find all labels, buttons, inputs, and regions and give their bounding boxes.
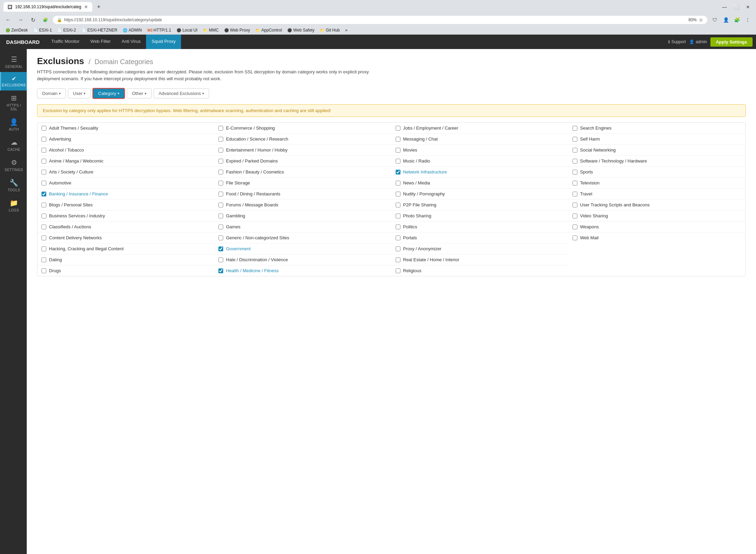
bookmark-btn[interactable]: ☆ bbox=[699, 17, 703, 23]
tab-user[interactable]: User ▾ bbox=[68, 88, 91, 98]
sidebar-item-logs[interactable]: 📁 LOGS bbox=[0, 195, 27, 216]
bookmark-esxi-hetzner[interactable]: 📄 ESXi-HETZNER bbox=[80, 27, 119, 33]
apply-settings-button[interactable]: Apply Settings bbox=[710, 37, 753, 47]
back-btn[interactable]: ← bbox=[3, 15, 13, 25]
maximize-btn[interactable]: ⬜ bbox=[731, 2, 741, 12]
support-btn[interactable]: ℹ Support bbox=[668, 39, 686, 44]
cat-advertising-checkbox[interactable] bbox=[41, 137, 46, 142]
bookmark-mmc[interactable]: 📁 MMC bbox=[201, 27, 221, 33]
topbar-traffic-monitor[interactable]: Traffic Monitor bbox=[46, 35, 85, 49]
cat-social-checkbox[interactable] bbox=[573, 148, 577, 153]
cat-movies-checkbox[interactable] bbox=[396, 148, 400, 153]
cat-proxy-checkbox[interactable] bbox=[396, 246, 400, 251]
cat-adult-themes-checkbox[interactable] bbox=[41, 126, 46, 131]
extensions-icon-btn[interactable]: 🧩 bbox=[732, 15, 742, 25]
bookmark-http11[interactable]: W3 HTTP/1.1 bbox=[145, 27, 173, 33]
sidebar-item-cache[interactable]: ☁ CACHE bbox=[0, 135, 27, 155]
cat-religious-checkbox[interactable] bbox=[396, 268, 400, 273]
cat-search-engines-checkbox[interactable] bbox=[573, 126, 577, 131]
cat-photo-checkbox[interactable] bbox=[396, 214, 400, 218]
bookmark-admin[interactable]: 🌐 ADMIN bbox=[121, 27, 144, 33]
cat-software-checkbox[interactable] bbox=[573, 159, 577, 164]
close-btn[interactable]: ✕ bbox=[743, 2, 753, 12]
cat-health-checkbox[interactable] bbox=[218, 268, 223, 273]
cat-generic-checkbox[interactable] bbox=[218, 236, 223, 240]
cat-dating-checkbox[interactable] bbox=[41, 257, 46, 262]
cat-government-checkbox[interactable] bbox=[218, 246, 223, 251]
sidebar-item-tools[interactable]: 🔧 TOOLS bbox=[0, 175, 27, 195]
tab-advanced-exclusions[interactable]: Advanced Exclusions ▾ bbox=[154, 88, 209, 98]
cat-expired-checkbox[interactable] bbox=[218, 159, 223, 164]
minimize-btn[interactable]: — bbox=[720, 2, 729, 12]
cat-automotive-checkbox[interactable] bbox=[41, 181, 46, 185]
bookmark-esxi2[interactable]: 📄 ESXi-2 bbox=[55, 27, 78, 33]
cat-forums-checkbox[interactable] bbox=[218, 203, 223, 207]
cat-games-checkbox[interactable] bbox=[218, 225, 223, 229]
cat-network-infrastructure-checkbox[interactable] bbox=[396, 170, 400, 174]
bookmark-more[interactable]: » bbox=[343, 27, 350, 33]
bookmark-github[interactable]: 📁 Git Hub bbox=[318, 27, 342, 33]
address-bar[interactable]: 🔒 https://192.168.10.119/squid/exclude/c… bbox=[53, 16, 707, 24]
cat-blogs-checkbox[interactable] bbox=[41, 203, 46, 207]
cat-television-checkbox[interactable] bbox=[573, 181, 577, 185]
sidebar-item-general[interactable]: ☰ GENERAL bbox=[0, 52, 27, 72]
cat-education-checkbox[interactable] bbox=[218, 137, 223, 142]
profile-icon-btn[interactable]: 👤 bbox=[721, 15, 731, 25]
cat-ecommerce-checkbox[interactable] bbox=[218, 126, 223, 131]
cat-cdn-checkbox[interactable] bbox=[41, 236, 46, 240]
bookmark-esxi1[interactable]: 📄 ESXi-1 bbox=[31, 27, 54, 33]
browser-tab[interactable]: 🔲 192.168.10.119/squid/exclude/categ ✕ bbox=[3, 2, 92, 12]
tab-other[interactable]: Other ▾ bbox=[127, 88, 152, 98]
cat-video-checkbox[interactable] bbox=[573, 214, 577, 218]
cat-messaging-checkbox[interactable] bbox=[396, 137, 400, 142]
cat-classifieds-checkbox[interactable] bbox=[41, 225, 46, 229]
cat-portals-checkbox[interactable] bbox=[396, 236, 400, 240]
cat-p2p-checkbox[interactable] bbox=[396, 203, 400, 207]
new-tab-btn[interactable]: + bbox=[95, 3, 103, 11]
sidebar-item-https-ssl[interactable]: ⊞ HTTPS / SSL bbox=[0, 91, 27, 115]
tab-close-btn[interactable]: ✕ bbox=[84, 4, 88, 10]
topbar-web-filter[interactable]: Web Filter bbox=[85, 35, 116, 49]
cat-hate-checkbox[interactable] bbox=[218, 257, 223, 262]
cat-nudity-checkbox[interactable] bbox=[396, 192, 400, 196]
bookmark-appcontrol[interactable]: 📁 AppControl bbox=[253, 27, 284, 33]
cat-alcohol-tobacco-checkbox[interactable] bbox=[41, 148, 46, 153]
shield-icon-btn[interactable]: 🛡 bbox=[710, 15, 720, 25]
cat-sports-checkbox[interactable] bbox=[573, 170, 577, 174]
cat-banking-checkbox[interactable] bbox=[41, 192, 46, 196]
cat-news-checkbox[interactable] bbox=[396, 181, 400, 185]
cat-politics-checkbox[interactable] bbox=[396, 225, 400, 229]
forward-btn[interactable]: → bbox=[16, 15, 25, 25]
topbar-anti-virus[interactable]: Anti Virus bbox=[116, 35, 146, 49]
tab-category[interactable]: Category ▾ bbox=[93, 88, 125, 99]
cat-anime-checkbox[interactable] bbox=[41, 159, 46, 164]
sidebar-item-auth[interactable]: 👤 AUTH bbox=[0, 115, 27, 135]
menu-btn[interactable]: ⋮ bbox=[743, 15, 753, 25]
extensions-btn[interactable]: 🧩 bbox=[40, 15, 50, 25]
cat-travel-checkbox[interactable] bbox=[573, 192, 577, 196]
cat-jobs-checkbox[interactable] bbox=[396, 126, 400, 131]
refresh-btn[interactable]: ↻ bbox=[28, 15, 38, 25]
cat-fashion-checkbox[interactable] bbox=[218, 170, 223, 174]
bookmark-zendesk[interactable]: 🟢 ZenDesk bbox=[3, 27, 30, 33]
sidebar-item-settings[interactable]: ⚙ SETTINGS bbox=[0, 155, 27, 175]
tab-domain[interactable]: Domain ▾ bbox=[37, 88, 66, 98]
cat-music-checkbox[interactable] bbox=[396, 159, 400, 164]
cat-business-checkbox[interactable] bbox=[41, 214, 46, 218]
bookmark-webproxy[interactable]: ⚫ Web Proxy bbox=[222, 27, 252, 33]
cat-entertainment-checkbox[interactable] bbox=[218, 148, 223, 153]
sidebar-item-exclusions[interactable]: ✔ EXCLUSIONS bbox=[0, 72, 27, 91]
cat-food-checkbox[interactable] bbox=[218, 192, 223, 196]
admin-btn[interactable]: 👤 admin bbox=[689, 39, 707, 44]
cat-user-tracking-checkbox[interactable] bbox=[573, 203, 577, 207]
cat-weapons-checkbox[interactable] bbox=[573, 225, 577, 229]
cat-drugs-checkbox[interactable] bbox=[41, 268, 46, 273]
cat-arts-checkbox[interactable] bbox=[41, 170, 46, 174]
cat-file-storage-checkbox[interactable] bbox=[218, 181, 223, 185]
bookmark-websafety[interactable]: ⚫ Web Safety bbox=[285, 27, 316, 33]
cat-gambling-checkbox[interactable] bbox=[218, 214, 223, 218]
cat-webmail-checkbox[interactable] bbox=[573, 236, 577, 240]
zoom-btn[interactable]: 80% bbox=[688, 17, 697, 22]
cat-self-harm-checkbox[interactable] bbox=[573, 137, 577, 142]
cat-realestate-checkbox[interactable] bbox=[396, 257, 400, 262]
